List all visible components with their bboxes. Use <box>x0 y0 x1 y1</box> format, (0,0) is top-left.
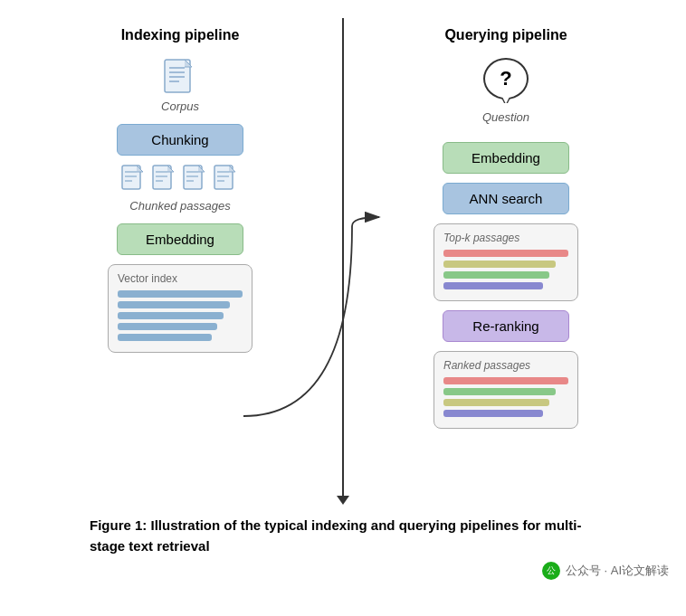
topk-passages-box: Top-k passages <box>434 223 578 301</box>
topk-line-2 <box>443 261 556 268</box>
vi-line-1 <box>118 290 243 298</box>
topk-line-3 <box>443 271 549 279</box>
chunking-box: Chunking <box>117 124 243 156</box>
querying-embedding-box: Embedding <box>443 142 569 174</box>
reranking-box: Re-ranking <box>443 310 569 342</box>
watermark-icon: 公 <box>542 562 560 580</box>
indexing-embedding-box: Embedding <box>117 223 243 255</box>
watermark-label: 公众号 · AI论文解读 <box>566 563 669 579</box>
chunk-doc-4 <box>214 165 239 195</box>
chunk-doc-3 <box>183 165 208 195</box>
vi-line-3 <box>118 312 224 319</box>
chunked-label: Chunked passages <box>129 199 230 213</box>
vi-line-4 <box>118 323 217 330</box>
ranked-line-4 <box>443 410 543 417</box>
topk-title: Top-k passages <box>443 232 568 244</box>
chunk-doc-1 <box>121 165 147 195</box>
figure-caption: Figure 1: Illustration of the typical in… <box>90 516 596 556</box>
diagram-container: Indexing pipeline Corpus Chunking <box>17 18 669 580</box>
vector-index-title: Vector index <box>118 272 243 285</box>
vi-line-2 <box>118 301 230 308</box>
question-bubble: ? <box>483 58 529 100</box>
caption-text: Figure 1: Illustration of the typical in… <box>90 517 581 554</box>
ann-search-box: ANN search <box>443 183 569 214</box>
vector-index-box: Vector index <box>108 264 252 353</box>
chunk-doc-2 <box>152 165 177 195</box>
topk-line-4 <box>443 282 543 289</box>
indexing-title: Indexing pipeline <box>121 27 240 43</box>
question-area: ? Question <box>482 58 529 133</box>
ranked-passages-box: Ranked passages <box>434 351 578 429</box>
querying-title: Querying pipeline <box>444 27 567 43</box>
ranked-title: Ranked passages <box>443 359 568 372</box>
ranked-line-3 <box>443 399 549 406</box>
indexing-pipeline: Indexing pipeline Corpus Chunking <box>17 18 343 498</box>
pipelines: Indexing pipeline Corpus Chunking <box>17 18 669 498</box>
watermark-row: 公 公众号 · AI论文解读 <box>17 562 669 580</box>
corpus-label: Corpus <box>161 100 199 113</box>
topk-line-1 <box>443 250 568 257</box>
vi-line-5 <box>118 334 212 341</box>
chunked-icons <box>121 165 239 195</box>
question-label: Question <box>482 110 529 124</box>
querying-pipeline: Querying pipeline ? Question Embedding A… <box>343 18 669 498</box>
ranked-line-2 <box>443 388 556 395</box>
watermark-icon-text: 公 <box>547 564 556 577</box>
ranked-line-1 <box>443 377 568 384</box>
corpus-icon <box>163 58 197 100</box>
